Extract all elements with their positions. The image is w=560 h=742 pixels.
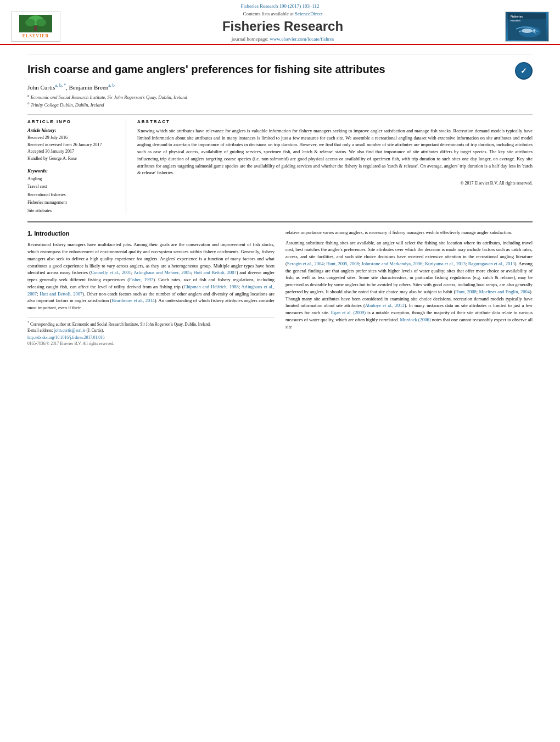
affiliation-a: a Economic and Social Research Institute… [27, 93, 533, 101]
affiliation-b-text: Trinity College Dublin, Dublin, Ireland [31, 102, 104, 108]
received-date: Received 29 July 2016 [27, 135, 118, 142]
article-info-column: ARTICLE INFO Article history: Received 2… [27, 119, 126, 215]
svg-rect-4 [34, 26, 37, 31]
keyword-4: Fisheries management [27, 199, 118, 207]
footnote-area: * Corresponding author at: Economic and … [27, 317, 275, 333]
article-info-abstract-section: ARTICLE INFO Article history: Received 2… [27, 114, 533, 215]
intro-paragraph-3: Assuming substitute fishing sites are av… [285, 239, 533, 331]
svg-point-2 [25, 19, 35, 26]
journal-homepage: journal homepage: www.elsevier.com/locat… [60, 36, 505, 42]
doi-footer: http://dx.doi.org/10.1016/j.fishres.2017… [27, 334, 275, 341]
keyword-5: Site attributes [27, 207, 118, 215]
keywords-list: Angling Travel cost Recreational fisheri… [27, 175, 118, 215]
cite-hutt-bettoli[interactable]: Hutt and Bettoli, 2007 [194, 270, 237, 275]
crossmark-badge: ✓ [515, 62, 533, 80]
instances-text: instances [427, 303, 444, 308]
affiliation-b: b Trinity College Dublin, Dublin, Irelan… [27, 101, 533, 109]
cite-abidoye[interactable]: Abidoye et al., 2012 [365, 303, 405, 308]
elsevier-logo: ELSEVIER [11, 12, 60, 42]
doi-link[interactable]: http://dx.doi.org/10.1016/j.fishres.2017… [27, 335, 105, 340]
cite-murdock[interactable]: Murdock (2006) [400, 317, 431, 322]
handled-by: Handled by George A. Rose [27, 155, 118, 163]
email-suffix: (J. Curtis). [87, 328, 104, 333]
svg-text:✓: ✓ [520, 66, 527, 75]
cite-chipman[interactable]: Chipman and Helfrich, 1988 [184, 284, 239, 289]
cite-connelly[interactable]: Connelly et al., 2001 [91, 270, 131, 275]
svg-text:Fisheries: Fisheries [511, 15, 523, 18]
contents-available: Contents lists available at ScienceDirec… [60, 11, 505, 16]
cite-arlinghaus-mehner[interactable]: Arlinghaus and Mehner, 2005 [134, 270, 191, 275]
elsevier-brand-text: ELSEVIER [23, 34, 49, 38]
svg-point-3 [36, 19, 46, 26]
abstract-label: ABSTRACT [137, 119, 533, 124]
body-content: 1. Introduction Recreational fishery man… [27, 229, 533, 347]
intro-paragraph-2: relative importance varies among anglers… [285, 229, 533, 236]
footnote-corresponding: * Corresponding author at: Economic and … [27, 320, 275, 327]
section-divider [27, 221, 533, 222]
journal-doi-bar: Fisheries Research 190 (2017) 103–112 [11, 3, 549, 9]
doi-section [27, 51, 533, 54]
keyword-2: Travel cost [27, 183, 118, 191]
cite-kuriyama[interactable]: Kuriyama et al., 2013 [425, 261, 466, 266]
cite-hutt-bettoli-2[interactable]: Hutt and Bettoli, 2007 [40, 291, 82, 297]
affiliations: a Economic and Social Research Institute… [27, 93, 533, 109]
journal-header: Fisheries Research 190 (2017) 103–112 EL… [0, 0, 560, 45]
abstract-column: ABSTRACT Knowing which site attributes h… [137, 119, 533, 215]
homepage-url[interactable]: www.elsevier.com/locate/fishres [270, 36, 334, 42]
article-container: Irish coarse and game anglers' preferenc… [0, 45, 560, 352]
keywords-label: Keywords: [27, 168, 118, 174]
body-right-column: relative importance varies among anglers… [285, 229, 533, 347]
author2-sup: a, b [108, 83, 115, 88]
journal-center: Contents lists available at ScienceDirec… [60, 11, 505, 42]
keyword-1: Angling [27, 175, 118, 183]
fisheries-cover-image: Fisheries Research [505, 12, 549, 42]
accepted-date: Accepted 30 January 2017 [27, 148, 118, 155]
authors-line: John Curtisa, b, *, Benjamin Breena, b [27, 83, 533, 91]
rights-line: 0165-7836/© 2017 Elsevier B.V. All right… [27, 341, 275, 347]
keyword-3: Recreational fisheries [27, 191, 118, 199]
cite-moeltner[interactable]: Moeltner and Englin, 2004 [479, 289, 530, 294]
body-left-column: 1. Introduction Recreational fishery man… [27, 229, 275, 347]
svg-point-10 [522, 29, 533, 33]
affiliation-a-text: Economic and Social Research Institute, … [31, 94, 187, 99]
journal-title: Fisheries Research [60, 19, 505, 34]
article-info-label: ARTICLE INFO [27, 119, 118, 124]
cite-raguragavan[interactable]: Raguragavan et al., 2013 [468, 261, 515, 266]
revised-date: Received in revised form 26 January 2017 [27, 142, 118, 149]
article-title-section: Irish coarse and game anglers' preferenc… [27, 59, 533, 80]
cite-fisher[interactable]: Fisher, 1997 [129, 277, 153, 282]
author2-name: , Benjamin Breen [66, 84, 108, 91]
abstract-text: Knowing which site attributes have relev… [137, 127, 533, 176]
sciencedirect-link[interactable]: ScienceDirect [295, 11, 322, 16]
author1-name: John Curtis [27, 84, 55, 91]
cite-hunt-2008[interactable]: Hunt, 2008 [455, 289, 477, 294]
journal-doi: Fisheries Research 190 (2017) 103–112 [240, 3, 319, 9]
author1-sup: a, b, * [55, 83, 66, 88]
cite-hunt-2005[interactable]: Hunt, 2005, 2008 [326, 261, 359, 266]
article-history-label: Article history: [27, 127, 118, 133]
intro-paragraph-1: Recreational fishery managers have multi… [27, 241, 275, 311]
svg-text:Research: Research [511, 19, 521, 22]
email-label: E-mail address: [27, 328, 53, 333]
cite-beardmore[interactable]: Beardmore et al., 2014 [111, 298, 154, 303]
cite-johnstone[interactable]: Johnstone and Markandya, 2006 [361, 261, 422, 266]
email-link[interactable]: john.curtis@esri.ie [54, 328, 86, 333]
intro-heading: 1. Introduction [27, 229, 275, 238]
copyright-line: © 2017 Elsevier B.V. All rights reserved… [137, 181, 533, 186]
elsevier-tree-icon [19, 15, 52, 32]
footnote-email: E-mail address: john.curtis@esri.ie (J. … [27, 327, 275, 333]
cite-egan[interactable]: Egan et al. (2009) [331, 310, 366, 315]
fisheries-cover-art: Fisheries Research [508, 13, 546, 40]
cite-scrogin[interactable]: Scrogin et al., 2004 [287, 261, 324, 266]
article-title: Irish coarse and game anglers' preferenc… [27, 62, 509, 76]
